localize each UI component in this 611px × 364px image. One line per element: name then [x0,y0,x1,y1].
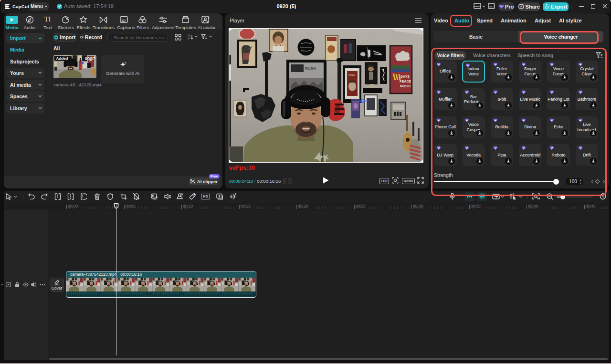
svg-text:DAYS: DAYS [400,75,410,78]
svg-text:KISS: KISS [348,73,355,76]
svg-text:MUSIC: MUSIC [400,84,411,88]
svg-text:PEACE: PEACE [400,80,411,83]
svg-text:RUSH: RUSH [305,66,316,71]
